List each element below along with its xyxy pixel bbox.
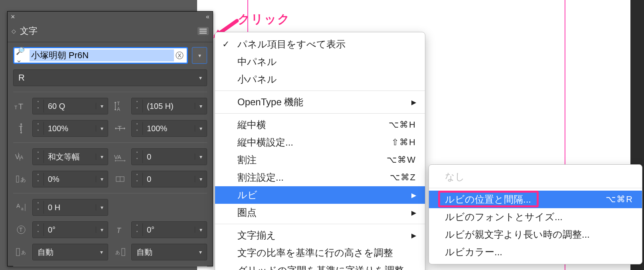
font-style-value: R — [18, 73, 25, 83]
menu-item-label: なし — [445, 170, 465, 183]
vscale-icon: T — [13, 120, 29, 136]
menu-shortcut: ⇧⌘H — [391, 137, 416, 148]
menu-item-label: ルビのフォントとサイズ... — [445, 211, 563, 223]
annotation-label: クリック — [238, 11, 290, 28]
skew-icon: T — [112, 222, 128, 238]
ruby-submenu: なしルビの位置と間隔...⌥⌘Rルビのフォントとサイズ...ルビが親文字より長い… — [429, 164, 642, 264]
leading-input[interactable]: ˄˅ (105 H) ▾ — [131, 98, 207, 114]
rotation-icon: T — [13, 222, 29, 238]
panel-menu-button[interactable] — [198, 27, 209, 35]
menu-item-label: グリッドの字間を基準に字送りを調整 — [237, 264, 404, 270]
menu-item-label: 縦中横設定... — [237, 136, 293, 149]
menu-item-label: 小パネル — [237, 73, 277, 86]
font-family-input[interactable] — [30, 49, 174, 61]
svg-rect-21 — [122, 248, 125, 256]
svg-text:T: T — [19, 227, 23, 233]
updown-icon: ◇ — [12, 28, 16, 34]
svg-text:VA: VA — [114, 154, 121, 160]
submenu-arrow-icon: ▶ — [411, 209, 416, 217]
menu-item[interactable]: 圏点▶ — [215, 204, 425, 221]
spin-up[interactable]: ˄ — [37, 100, 39, 106]
menu-item[interactable]: 中パネル — [215, 53, 425, 71]
grid-icon — [112, 171, 128, 187]
menu-shortcut: ⌥⌘Z — [390, 172, 416, 183]
menu-item[interactable]: 縦中横設定...⇧⌘H — [215, 134, 425, 151]
collapse-icon[interactable]: « — [206, 13, 209, 20]
menu-item-label: ルビが親文字より長い時の調整... — [445, 228, 590, 241]
menu-item[interactable]: ルビカラー... — [429, 243, 642, 261]
menu-item-label: 割注 — [237, 154, 257, 166]
menu-item-label: 中パネル — [237, 55, 277, 68]
svg-text:A: A — [117, 106, 120, 112]
baseline-shift-icon: Aa — [13, 199, 29, 215]
skew-input[interactable]: ˄˅ 0° ▾ — [131, 221, 207, 238]
menu-item[interactable]: OpenType 機能▶ — [215, 93, 425, 111]
clear-icon[interactable]: ⓧ — [174, 50, 185, 61]
font-family-dropdown[interactable]: ▾ — [192, 47, 207, 64]
menu-item[interactable]: 割注⌥⌘W — [215, 151, 425, 169]
menu-item[interactable]: ルビの位置と間隔...⌥⌘R — [429, 191, 642, 208]
kerning-icon: VA — [13, 149, 29, 165]
close-icon[interactable]: × — [11, 13, 15, 21]
menu-item: なし — [429, 168, 642, 185]
tab-character[interactable]: ◇ 文字 — [12, 25, 38, 37]
submenu-arrow-icon: ▶ — [411, 99, 416, 106]
menu-item[interactable]: 文字揃え▶ — [215, 227, 425, 244]
svg-text:T: T — [117, 227, 122, 235]
svg-text:T: T — [118, 125, 122, 132]
menu-item[interactable]: 縦中横⌥⌘H — [215, 116, 425, 134]
svg-text:あ: あ — [20, 176, 26, 183]
menu-item[interactable]: 小パネル — [215, 71, 425, 88]
auto1-select[interactable]: 自動 ▾ — [32, 244, 108, 260]
menu-item[interactable]: ルビのフォントとサイズ... — [429, 208, 642, 226]
chevron-down-icon[interactable]: ▾ — [96, 103, 108, 109]
font-size-icon: TT — [13, 98, 29, 114]
font-family-field[interactable]: 🔎⌄ ⓧ — [13, 47, 188, 64]
font-style-select[interactable]: R ▾ — [13, 69, 207, 86]
grid-input[interactable]: ˄˅ 0 ▾ — [131, 171, 207, 187]
auto2-select[interactable]: 自動 ▾ — [131, 244, 207, 260]
menu-item-label: 文字の比率を基準に行の高さを調整 — [237, 246, 393, 259]
menu-item-label: 縦中横 — [237, 118, 266, 131]
hscale-input[interactable]: ˄˅ 100% ▾ — [131, 120, 207, 137]
divider — [13, 92, 207, 92]
svg-text:A: A — [16, 203, 20, 209]
chevron-down-icon: ▾ — [199, 75, 202, 81]
menu-item-label: OpenType 機能 — [237, 96, 303, 108]
tracking-input[interactable]: ˄˅ 0 ▾ — [131, 148, 207, 165]
vscale-input[interactable]: ˄˅ 100% ▾ — [32, 120, 108, 137]
search-icon: 🔎⌄ — [16, 47, 30, 64]
menu-separator — [215, 113, 425, 114]
menu-item[interactable]: ✓パネル項目をすべて表示 — [215, 35, 425, 53]
menu-item-label: ルビ — [237, 189, 257, 201]
menu-item-label: パネル項目をすべて表示 — [237, 38, 346, 51]
menu-item-label: 割注設定... — [237, 171, 284, 184]
tracking-icon: VA — [112, 149, 128, 165]
font-size-input[interactable]: ˄˅ 60 Q ▾ — [32, 98, 108, 114]
menu-item-label: 文字揃え — [237, 229, 276, 242]
svg-text:T: T — [19, 125, 23, 132]
aki-left-input[interactable]: ˄˅ 0% ▾ — [32, 171, 108, 187]
menu-item-label: ルビの位置と間隔... — [445, 193, 531, 206]
menu-separator — [429, 188, 642, 188]
menu-item[interactable]: グリッドの字間を基準に字送りを調整 — [215, 262, 425, 270]
leading-value: (105 H) — [143, 102, 195, 111]
menu-item[interactable]: ルビが親文字より長い時の調整... — [429, 226, 642, 243]
menu-item[interactable]: ルビ▶ — [215, 186, 425, 204]
panel-body: 🔎⌄ ⓧ ▾ R ▾ TT ˄˅ 60 Q ▾ — [8, 42, 213, 270]
spin-down[interactable]: ˅ — [37, 106, 39, 112]
kerning-select[interactable]: ˄˅ 和文等幅 ▾ — [32, 148, 108, 165]
svg-text:あ: あ — [21, 250, 26, 255]
submenu-arrow-icon: ▶ — [411, 191, 416, 199]
panel-title: 文字 — [20, 25, 38, 37]
panel-header: × « — [8, 12, 213, 22]
submenu-arrow-icon: ▶ — [411, 232, 416, 239]
menu-item-label: ルビカラー... — [445, 246, 502, 258]
rotation-input[interactable]: ˄˅ 0° ▾ — [32, 221, 108, 238]
auto1-icon: あ — [13, 244, 29, 260]
menu-item[interactable]: 割注設定...⌥⌘Z — [215, 169, 425, 186]
svg-text:T: T — [117, 101, 120, 106]
menu-item[interactable]: 文字の比率を基準に行の高さを調整 — [215, 244, 425, 262]
baseline-shift-input[interactable]: ˄˅ 0 H ▾ — [32, 199, 108, 216]
font-size-value: 60 Q — [44, 102, 96, 111]
